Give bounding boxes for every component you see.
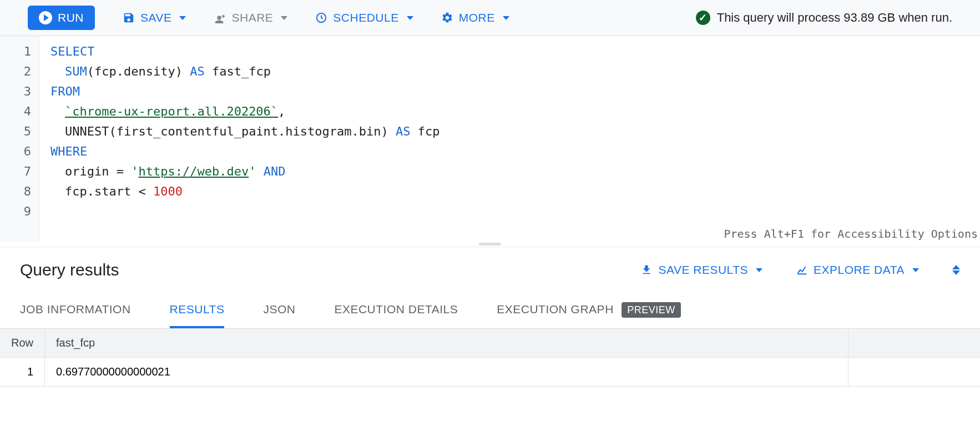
line-number: 9: [0, 202, 31, 222]
gear-icon: [441, 12, 453, 24]
clock-icon: [315, 12, 327, 24]
split-drag-handle[interactable]: [0, 242, 980, 247]
schedule-button[interactable]: SCHEDULE: [315, 11, 413, 24]
download-icon: [640, 264, 653, 276]
explore-data-button[interactable]: EXPLORE DATA: [796, 263, 919, 277]
line-gutter: 123456789: [0, 36, 39, 242]
share-icon: [214, 12, 226, 24]
results-title: Query results: [20, 260, 119, 279]
tab-execution-details[interactable]: EXECUTION DETAILS: [334, 293, 458, 328]
more-button[interactable]: MORE: [441, 11, 509, 24]
tab-job-information[interactable]: JOB INFORMATION: [20, 293, 131, 328]
chart-icon: [796, 264, 808, 276]
chevron-up-icon: [952, 265, 960, 269]
chevron-down-icon: [503, 16, 509, 20]
run-button[interactable]: RUN: [28, 6, 95, 30]
chevron-down-icon: [952, 270, 960, 275]
chevron-down-icon: [756, 268, 762, 272]
cell-fast-fcp: 0.69770000000000021: [45, 358, 848, 387]
column-header-fast-fcp[interactable]: fast_fcp: [45, 329, 848, 358]
preview-badge: PREVIEW: [622, 302, 681, 318]
save-button[interactable]: SAVE: [123, 11, 186, 24]
table-header-row: Row fast_fcp: [0, 329, 980, 358]
code-line[interactable]: FROM: [39, 82, 980, 102]
toolbar: RUN SAVE SHARE SCHEDULE MORE ✓ This quer…: [0, 0, 980, 36]
line-number: 3: [0, 82, 31, 102]
save-icon: [123, 12, 135, 24]
explore-data-label: EXPLORE DATA: [814, 263, 905, 277]
code-area[interactable]: SELECTSUM(fcp.density) AS fast_fcpFROM`c…: [39, 36, 980, 242]
column-header-row[interactable]: Row: [0, 329, 45, 358]
accessibility-hint: Press Alt+F1 for Accessibility Options: [724, 227, 978, 240]
check-circle-icon: ✓: [696, 11, 710, 25]
query-status: ✓ This query will process 93.89 GB when …: [696, 11, 952, 25]
chevron-down-icon: [407, 16, 413, 20]
code-line[interactable]: WHERE: [39, 142, 980, 162]
tab-execution-graph[interactable]: EXECUTION GRAPH PREVIEW: [497, 293, 680, 328]
table-row[interactable]: 10.69770000000000021: [0, 358, 980, 387]
tab-execution-graph-label: EXECUTION GRAPH: [497, 303, 614, 315]
line-number: 6: [0, 142, 31, 162]
results-table: Row fast_fcp 10.69770000000000021: [0, 329, 980, 387]
save-results-button[interactable]: SAVE RESULTS: [640, 263, 762, 277]
play-icon: [39, 11, 52, 24]
line-number: 1: [0, 42, 31, 62]
schedule-label: SCHEDULE: [333, 11, 398, 24]
run-label: RUN: [58, 11, 84, 24]
more-label: MORE: [459, 11, 495, 24]
tab-json[interactable]: JSON: [263, 293, 295, 328]
save-results-label: SAVE RESULTS: [658, 263, 748, 277]
expand-toggle[interactable]: [952, 265, 960, 275]
results-tabs: JOB INFORMATION RESULTS JSON EXECUTION D…: [0, 293, 980, 329]
chevron-down-icon: [179, 16, 186, 20]
line-number: 7: [0, 162, 31, 182]
line-number: 5: [0, 122, 31, 142]
chevron-down-icon: [281, 16, 287, 20]
line-number: 8: [0, 182, 31, 202]
code-line[interactable]: UNNEST(first_contentful_paint.histogram.…: [39, 122, 980, 142]
sql-editor[interactable]: 123456789 SELECTSUM(fcp.density) AS fast…: [0, 36, 980, 242]
code-line[interactable]: `chrome-ux-report.all.202206`,: [39, 102, 980, 122]
code-line[interactable]: SELECT: [39, 42, 980, 62]
share-label: SHARE: [231, 11, 273, 24]
share-button[interactable]: SHARE: [214, 11, 287, 24]
tab-results[interactable]: RESULTS: [170, 293, 225, 328]
status-message: This query will process 93.89 GB when ru…: [717, 11, 952, 25]
code-line[interactable]: SUM(fcp.density) AS fast_fcp: [39, 62, 980, 82]
line-number: 4: [0, 102, 31, 122]
results-header: Query results SAVE RESULTS EXPLORE DATA: [0, 247, 980, 293]
code-line[interactable]: fcp.start < 1000: [39, 182, 980, 202]
save-label: SAVE: [140, 11, 171, 24]
line-number: 2: [0, 62, 31, 82]
code-line[interactable]: origin = 'https://web.dev' AND: [39, 162, 980, 182]
chevron-down-icon: [912, 268, 919, 272]
cell-row: 1: [0, 358, 45, 387]
